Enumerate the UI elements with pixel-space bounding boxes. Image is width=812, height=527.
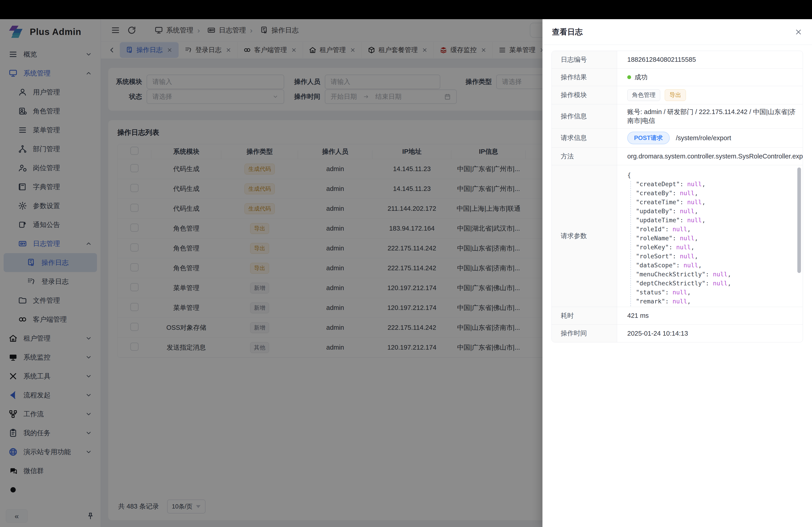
post-method-badge: POST请求	[627, 132, 670, 144]
code-scrollbar-thumb[interactable]	[797, 167, 801, 273]
log-detail-drawer: 查看日志 日志编号 1882612840802115585 操作结果 成功 操作…	[542, 19, 812, 527]
field-label: 操作模块	[552, 86, 617, 104]
json-line: "roleKey": null,	[627, 243, 731, 252]
detail-row-params: 请求参数 { "createDept": null,"createBy": nu…	[552, 165, 803, 307]
indent-guide	[630, 181, 631, 306]
json-key: "roleId"	[636, 226, 665, 232]
json-key: "menuCheckStrictly"	[636, 271, 706, 278]
json-null-value: null	[687, 181, 702, 187]
code-scrollbar-track	[797, 167, 801, 303]
field-label: 请求信息	[552, 129, 617, 147]
json-line: "menuCheckStrictly": null,	[627, 270, 731, 279]
json-key: "createTime"	[636, 199, 680, 206]
field-label: 方法	[552, 148, 617, 165]
json-null-value: null	[672, 226, 687, 232]
detail-row-cost: 耗时 421 ms	[552, 307, 803, 325]
method-value: org.dromara.system.controller.system.Sys…	[617, 148, 803, 165]
json-key: "roleKey"	[636, 244, 669, 251]
screen: Plus Admin 概览 系统管理 用户管理	[0, 0, 812, 527]
json-line: "remark": null,	[627, 297, 731, 306]
module-badge: 角色管理	[627, 89, 660, 101]
json-line: "status": null,	[627, 288, 731, 297]
json-key: "roleSort"	[636, 253, 672, 260]
close-icon[interactable]	[794, 28, 802, 36]
json-null-value: null	[672, 298, 687, 305]
field-label: 操作信息	[552, 104, 617, 128]
json-key: "updateTime"	[636, 216, 680, 224]
field-label: 操作时间	[552, 325, 617, 342]
json-null-value: null	[680, 190, 695, 197]
detail-row-result: 操作结果 成功	[552, 69, 803, 86]
success-dot-icon	[627, 75, 631, 79]
request-url: /system/role/export	[676, 134, 731, 142]
json-null-value: null	[713, 271, 727, 278]
field-label: 日志编号	[552, 51, 617, 68]
json-line: "dataScope": null,	[627, 261, 731, 270]
cost-value: 421 ms	[617, 307, 803, 325]
json-line: "createBy": null,	[627, 189, 731, 198]
detail-row-request: 请求信息 POST请求 /system/role/export	[552, 129, 803, 148]
window-top-strip	[0, 0, 812, 19]
detail-row-time: 操作时间 2025-01-24 10:14:13	[552, 325, 803, 342]
json-key: "deptCheckStrictly"	[636, 280, 706, 287]
json-key: "createBy"	[636, 190, 672, 197]
json-line: "roleId": null,	[627, 225, 731, 234]
operation-info-value: 账号: admin / 研发部门 / 222.175.114.242 / 中国|…	[617, 104, 803, 128]
json-key: "createDept"	[636, 181, 680, 187]
field-label: 耗时	[552, 307, 617, 325]
json-null-value: null	[687, 199, 702, 206]
json-line: "deptCheckStrictly": null,	[627, 279, 731, 288]
drawer-header: 查看日志	[542, 19, 812, 45]
field-label: 操作结果	[552, 69, 617, 86]
export-badge: 导出	[665, 89, 686, 101]
result-value: 成功	[635, 73, 648, 81]
json-null-value: null	[676, 244, 691, 251]
json-null-value: null	[672, 289, 687, 296]
json-line: "roleSort": null,	[627, 252, 731, 261]
detail-row-method: 方法 org.dromara.system.controller.system.…	[552, 148, 803, 165]
json-key: "dataScope"	[636, 262, 676, 269]
json-line: "createTime": null,	[627, 198, 731, 207]
detail-row-id: 日志编号 1882612840802115585	[552, 51, 803, 69]
json-null-value: null	[683, 262, 698, 269]
json-key: "remark"	[636, 298, 665, 305]
detail-row-info: 操作信息 账号: admin / 研发部门 / 222.175.114.242 …	[552, 104, 803, 129]
field-label: 请求参数	[552, 165, 617, 307]
drawer-title: 查看日志	[552, 27, 583, 37]
json-null-value: null	[687, 216, 702, 224]
json-null-value: null	[680, 208, 695, 215]
json-line: "updateTime": null,	[627, 216, 731, 225]
request-params-code: { "createDept": null,"createBy": null,"c…	[617, 165, 803, 307]
json-open-brace: {	[627, 171, 731, 180]
json-key: "roleName"	[636, 235, 672, 242]
detail-row-module: 操作模块 角色管理 导出	[552, 86, 803, 104]
json-line: "roleName": null,	[627, 234, 731, 243]
operation-time-value: 2025-01-24 10:14:13	[617, 325, 803, 342]
json-key: "updateBy"	[636, 208, 672, 215]
json-null-value: null	[713, 280, 727, 287]
json-null-value: null	[680, 235, 695, 242]
json-lines: "createDept": null,"createBy": null,"cre…	[627, 180, 731, 306]
json-key: "status"	[636, 289, 665, 296]
log-detail-table: 日志编号 1882612840802115585 操作结果 成功 操作模块 角色…	[551, 51, 803, 342]
json-null-value: null	[680, 253, 695, 260]
json-line: "createDept": null,	[627, 180, 731, 189]
drawer-body: 日志编号 1882612840802115585 操作结果 成功 操作模块 角色…	[542, 45, 812, 348]
json-code-block: { "createDept": null,"createBy": null,"c…	[627, 171, 731, 306]
log-id-value: 1882612840802115585	[617, 51, 803, 68]
modal-mask[interactable]	[0, 19, 542, 527]
json-line: "updateBy": null,	[627, 207, 731, 216]
